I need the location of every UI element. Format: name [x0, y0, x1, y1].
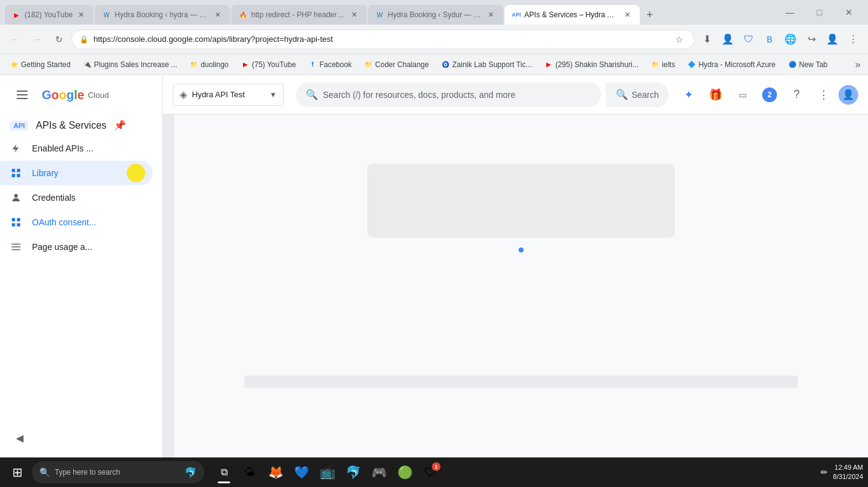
profile-avatar[interactable]: 👤 — [838, 85, 858, 105]
taskbar-app-stream[interactable]: 📺 — [315, 460, 340, 485]
maximize-button[interactable]: □ — [805, 2, 834, 22]
profile-switcher-icon[interactable]: 👤 — [718, 30, 738, 49]
close-window-button[interactable]: ✕ — [835, 2, 863, 22]
terminal-icon: ▭ — [739, 90, 747, 100]
oauth-icon — [10, 216, 22, 228]
hydra2-favicon: W — [375, 10, 384, 19]
bookmark-azure[interactable]: 🔷 Hydra - Microsoft Azure — [682, 57, 780, 73]
bookmark-youtube-icon: ▶ — [241, 60, 250, 69]
tab-http-title: http redirect - PHP header(Lo — [251, 10, 346, 19]
browser-menu-icon[interactable]: ⋮ — [843, 30, 863, 49]
search-button[interactable]: 🔍 Search — [606, 83, 669, 107]
hamburger-button[interactable] — [10, 83, 34, 107]
extension-icon-2[interactable]: B — [760, 30, 779, 49]
pin-icon[interactable]: 📌 — [114, 119, 126, 131]
tab-apis-close[interactable]: ✕ — [623, 10, 632, 20]
start-button[interactable]: ⊞ — [5, 460, 30, 485]
taskbar: ⊞ 🔍 Type here to search 🐬 ⧉ 🌤 🦊 💙 📺 — [0, 457, 868, 487]
sidebar-label-library: Library — [32, 168, 58, 178]
bookmark-plugins[interactable]: 🔌 Plugins Sales Increase ... — [78, 57, 182, 73]
bookmark-star-icon[interactable]: ☆ — [672, 32, 687, 47]
pen-icon[interactable]: ✏ — [821, 467, 828, 477]
forward-button[interactable]: → — [27, 30, 47, 49]
new-tab-button[interactable]: + — [641, 6, 658, 23]
bookmark-coder-chalange[interactable]: 📁 Coder Chalange — [359, 57, 434, 73]
bookmark-facebook-icon: f — [308, 60, 317, 69]
search-btn-icon: 🔍 — [616, 89, 628, 100]
bookmark-plugins-label: Plugins Sales Increase ... — [94, 60, 177, 69]
downloads-icon[interactable]: ⬇ — [697, 30, 717, 49]
sidebar-item-library[interactable]: Library — [0, 161, 153, 185]
tab-hydra-booking-2[interactable]: W Hydra Booking ‹ Sydur — WordP ✕ — [368, 5, 503, 25]
taskbar-app-task-view[interactable]: ⧉ — [212, 460, 236, 485]
bookmark-new-tab[interactable]: 🔵 New Tab — [783, 57, 832, 73]
svg-point-7 — [14, 194, 18, 198]
taskbar-app-firefox[interactable]: 🦊 — [263, 460, 288, 485]
library-icon — [10, 167, 22, 179]
sidebar-item-enabled-apis[interactable]: Enabled APIs ... — [0, 136, 153, 161]
tab-http-redirect[interactable]: 🔥 http redirect - PHP header(Lo ✕ — [231, 5, 367, 25]
taskbar-apps: ⧉ 🌤 🦊 💙 📺 🐬 🎮 🟢 � — [212, 460, 443, 485]
terminal-button[interactable]: ▭ — [730, 83, 755, 107]
bookmark-getting-started[interactable]: ⭐ Getting Started — [5, 57, 76, 73]
svg-rect-0 — [17, 91, 28, 92]
taskbar-search[interactable]: 🔍 Type here to search 🐬 — [32, 461, 204, 483]
stream-icon: 📺 — [320, 465, 335, 480]
taskbar-time[interactable]: 12:49 AM 8/31/2024 — [833, 463, 863, 482]
skeleton-left-bar — [163, 115, 174, 457]
url-bar[interactable]: 🔒 https://console.cloud.google.com/apis/… — [71, 30, 695, 49]
collapse-sidebar-button[interactable]: ◀ — [10, 428, 30, 448]
taskbar-system-tray: ✏ 12:49 AM 8/31/2024 — [821, 463, 863, 482]
tab-youtube-close[interactable]: ✕ — [76, 10, 86, 20]
extension-icon-1[interactable]: 🛡 — [739, 30, 759, 49]
sidebar-label-credentials: Credentials — [32, 193, 76, 203]
tab-hydra-booking-1[interactable]: W Hydra Booking ‹ hydra — WordP ✕ — [95, 5, 230, 25]
address-bar: ← → ↻ 🔒 https://console.cloud.google.com… — [0, 25, 868, 54]
gemini-button[interactable]: ✦ — [676, 83, 701, 107]
bookmark-shakin[interactable]: ▶ (295) Shakin Sharishuri... — [540, 57, 643, 73]
taskbar-app-security[interactable]: 🛡 1 — [418, 460, 443, 485]
project-selector[interactable]: ◈ Hydra API Test ▼ — [173, 84, 284, 106]
taskbar-app-green[interactable]: 🟢 — [392, 460, 417, 485]
api-badge: API — [10, 121, 28, 131]
taskbar-app-vscode[interactable]: 💙 — [289, 460, 314, 485]
tab-hydra1-close[interactable]: ✕ — [213, 10, 223, 20]
tab-http-close[interactable]: ✕ — [349, 10, 359, 20]
more-options-button[interactable]: ⋮ — [811, 83, 836, 107]
gifts-button[interactable]: 🎁 — [703, 83, 728, 107]
taskbar-app-game[interactable]: 🎮 — [367, 460, 391, 485]
tab-youtube[interactable]: ▶ (182) YouTube ✕ — [5, 5, 94, 25]
tab-hydra2-close[interactable]: ✕ — [486, 10, 496, 20]
sidebar: Google Cloud API APIs & Services 📌 — [0, 75, 163, 457]
sidebar-item-oauth[interactable]: OAuth consent... — [0, 210, 153, 235]
search-placeholder: Search (/) for resources, docs, products… — [323, 90, 591, 100]
help-button[interactable]: ? — [784, 83, 809, 107]
refresh-button[interactable]: ↻ — [49, 30, 69, 49]
cloud-text: Cloud — [88, 91, 109, 100]
minimize-button[interactable]: — — [776, 2, 804, 22]
bookmark-facebook[interactable]: f Facebook — [303, 57, 357, 73]
taskbar-app-copilot[interactable]: 🐬 — [341, 460, 365, 485]
extension-icon-3[interactable]: 🌐 — [781, 30, 800, 49]
bookmark-zainik[interactable]: 🧿 Zainik Lab Support Tic... — [436, 57, 536, 73]
extension-icon-4[interactable]: ↪ — [802, 30, 821, 49]
bookmarks-more-icon[interactable]: » — [853, 57, 863, 73]
bookmark-plugin-icon: 🔌 — [83, 60, 92, 69]
bookmark-duolingo[interactable]: 📁 duolingo — [185, 57, 233, 73]
bookmark-ielts[interactable]: 📁 ielts — [646, 57, 680, 73]
sidebar-item-page-usage[interactable]: Page usage a... — [0, 235, 153, 259]
bookmarks-bar: ⭐ Getting Started 🔌 Plugins Sales Increa… — [0, 54, 868, 75]
youtube-favicon: ▶ — [12, 10, 21, 19]
sidebar-item-credentials[interactable]: Credentials — [0, 185, 153, 210]
notification-button[interactable]: 2 — [757, 83, 782, 107]
back-button[interactable]: ← — [5, 30, 25, 49]
date-display: 8/31/2024 — [833, 472, 863, 481]
google-g-icon: G — [42, 88, 52, 102]
taskbar-app-widgets[interactable]: 🌤 — [237, 460, 262, 485]
bookmark-youtube-label: (75) YouTube — [252, 60, 297, 69]
search-bar[interactable]: 🔍 Search (/) for resources, docs, produc… — [296, 83, 601, 107]
tab-apis-services[interactable]: API APIs & Services – Hydra API T ✕ — [504, 5, 640, 25]
bookmark-youtube[interactable]: ▶ (75) YouTube — [236, 57, 301, 73]
system-icons: ✏ — [821, 467, 828, 477]
extension-icon-5[interactable]: 👤 — [822, 30, 842, 49]
